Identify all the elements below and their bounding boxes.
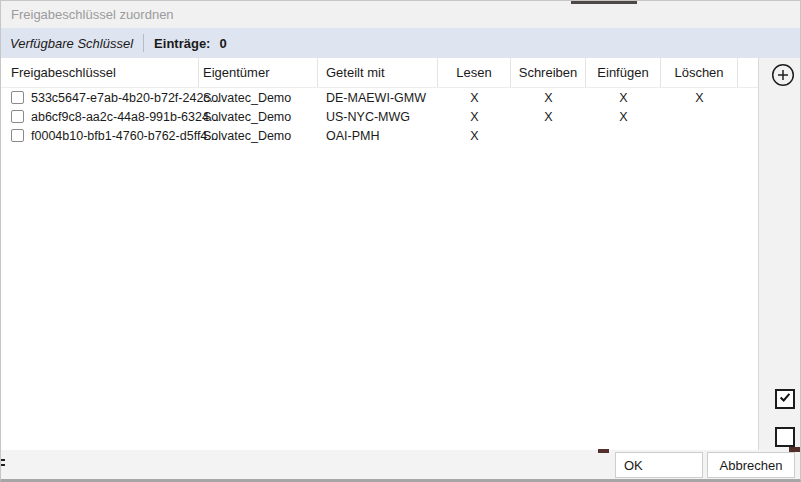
key-value: 533c5647-e7ab-4b20-b72f-242c... bbox=[31, 91, 220, 105]
column-header-loeschen[interactable]: Löschen bbox=[661, 58, 738, 87]
owner-value: Solvatec_Demo bbox=[199, 91, 318, 105]
toolbar-separator bbox=[143, 34, 144, 52]
column-header-filler bbox=[738, 58, 758, 87]
row-checkbox[interactable] bbox=[11, 129, 24, 142]
add-key-button[interactable] bbox=[771, 63, 795, 87]
keys-table: Freigabeschlüssel Eigentümer Geteilt mit… bbox=[1, 58, 758, 450]
side-panel bbox=[758, 58, 800, 450]
cancel-button[interactable]: Abbrechen bbox=[707, 452, 795, 478]
select-all-checkbox[interactable] bbox=[775, 389, 795, 409]
dialog-body: Freigabeschlüssel Eigentümer Geteilt mit… bbox=[1, 58, 800, 450]
loeschen-flag: X bbox=[661, 91, 738, 105]
background-window-artifact bbox=[598, 449, 609, 453]
lesen-flag: X bbox=[438, 110, 511, 124]
column-header-schreiben[interactable]: Schreiben bbox=[511, 58, 586, 87]
column-header-lesen[interactable]: Lesen bbox=[438, 58, 511, 87]
einfuegen-flag: X bbox=[586, 110, 661, 124]
row-checkbox[interactable] bbox=[11, 91, 24, 104]
window-title: Freigabeschlüssel zuordnen bbox=[11, 7, 174, 22]
owner-value: Solvatec_Demo bbox=[199, 129, 318, 143]
table-row[interactable]: ab6cf9c8-aa2c-44a8-991b-6324... Solvatec… bbox=[1, 107, 758, 126]
entries-label: Einträge: bbox=[154, 36, 210, 51]
shared-with-value: US-NYC-MWG bbox=[318, 110, 438, 124]
key-value: f0004b10-bfb1-4760-b762-d5ff4... bbox=[31, 129, 218, 143]
select-none-checkbox[interactable] bbox=[775, 427, 795, 447]
table-row[interactable]: 533c5647-e7ab-4b20-b72f-242c... Solvatec… bbox=[1, 88, 758, 107]
schreiben-flag: X bbox=[511, 110, 586, 124]
schreiben-flag: X bbox=[511, 91, 586, 105]
shared-with-value: DE-MAEWI-GMW bbox=[318, 91, 438, 105]
circled-plus-icon bbox=[771, 75, 795, 90]
titlebar[interactable]: Freigabeschlüssel zuordnen bbox=[1, 1, 800, 28]
shared-with-value: OAI-PMH bbox=[318, 129, 438, 143]
resize-grip-artifact bbox=[1, 464, 5, 466]
column-header-einfuegen[interactable]: Einfügen bbox=[586, 58, 661, 87]
column-header-freigabeschluessel[interactable]: Freigabeschlüssel bbox=[1, 58, 199, 87]
einfuegen-flag: X bbox=[586, 91, 661, 105]
toolbar: Verfügbare Schlüssel Einträge: 0 bbox=[1, 28, 800, 58]
available-keys-label: Verfügbare Schlüssel bbox=[10, 36, 133, 51]
column-header-geteilt-mit[interactable]: Geteilt mit bbox=[318, 58, 438, 87]
dialog-window: Freigabeschlüssel zuordnen Verfügbare Sc… bbox=[0, 0, 801, 482]
lesen-flag: X bbox=[438, 91, 511, 105]
owner-value: Solvatec_Demo bbox=[199, 110, 318, 124]
resize-grip-artifact bbox=[1, 459, 5, 461]
ok-button[interactable]: OK bbox=[615, 452, 703, 478]
row-checkbox[interactable] bbox=[11, 110, 24, 123]
footer: OK Abbrechen bbox=[1, 450, 800, 479]
lesen-flag: X bbox=[438, 129, 511, 143]
table-header-row: Freigabeschlüssel Eigentümer Geteilt mit… bbox=[1, 58, 758, 88]
column-header-eigentuemer[interactable]: Eigentümer bbox=[199, 58, 318, 87]
key-value: ab6cf9c8-aa2c-44a8-991b-6324... bbox=[31, 110, 219, 124]
entries-count: 0 bbox=[219, 36, 226, 51]
background-window-artifact bbox=[789, 447, 801, 452]
table-row[interactable]: f0004b10-bfb1-4760-b762-d5ff4... Solvate… bbox=[1, 126, 758, 145]
checkmark-icon bbox=[778, 390, 792, 408]
background-window-artifact bbox=[571, 1, 637, 4]
